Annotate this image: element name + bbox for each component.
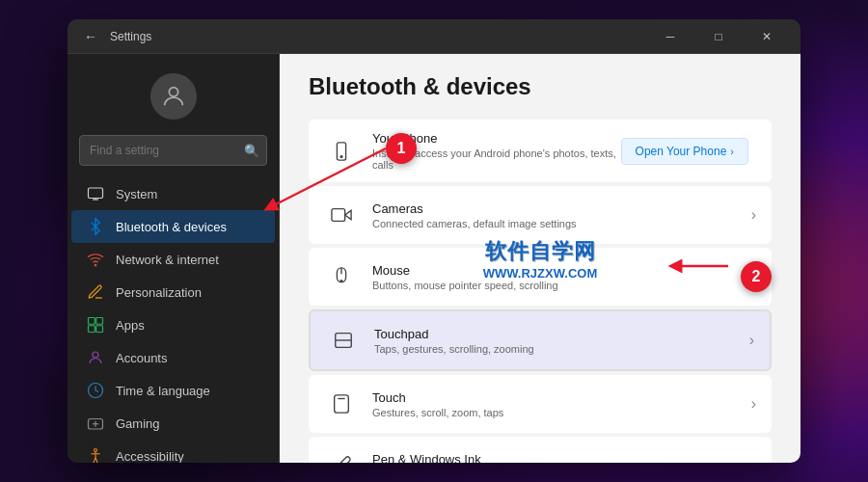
setting-icon-3 <box>326 323 361 358</box>
right-panel: Bluetooth & devices Your Phone Instantly… <box>280 54 800 463</box>
svg-rect-5 <box>89 318 95 325</box>
setting-desc: Gestures, scroll, zoom, taps <box>372 407 744 418</box>
network-icon <box>87 251 104 268</box>
setting-item-touchpad[interactable]: Touchpad Taps, gestures, scrolling, zoom… <box>309 309 772 371</box>
svg-point-9 <box>93 352 98 358</box>
setting-icon-0 <box>324 134 359 169</box>
sidebar-item-accessibility[interactable]: Accessibility <box>71 440 275 463</box>
setting-name: Touch <box>372 390 744 405</box>
sidebar-item-label: Accessibility <box>116 449 184 464</box>
search-icon: 🔍 <box>244 144 259 158</box>
svg-rect-8 <box>96 326 103 333</box>
minimize-button[interactable]: ─ <box>648 23 692 50</box>
sidebar-item-system[interactable]: System <box>71 177 275 210</box>
svg-rect-6 <box>96 318 103 325</box>
open-phone-button[interactable]: Open Your Phone › <box>621 138 748 165</box>
search-input[interactable] <box>79 135 267 166</box>
window-title: Settings <box>110 30 648 43</box>
annotation-badge-1: 1 <box>386 133 417 164</box>
setting-icon-2 <box>324 259 359 294</box>
setting-item-mouse[interactable]: Mouse Buttons, mouse pointer speed, scro… <box>309 248 772 306</box>
chevron-right-icon: › <box>749 332 754 349</box>
setting-icon-1 <box>324 198 359 232</box>
svg-point-4 <box>95 264 96 266</box>
sidebar-item-label: Bluetooth & devices <box>116 220 227 234</box>
svg-point-0 <box>169 88 177 96</box>
svg-line-18 <box>95 458 97 464</box>
panel-title: Bluetooth & devices <box>309 73 772 100</box>
sidebar-item-personalization[interactable]: Personalization <box>71 276 275 308</box>
accounts-icon <box>87 349 104 366</box>
setting-item-cameras[interactable]: Cameras Connected cameras, default image… <box>309 186 772 244</box>
chevron-right-icon: › <box>751 206 756 224</box>
setting-item-pen---windows-ink[interactable]: Pen & Windows Ink Right-handed or left-h… <box>309 437 772 463</box>
setting-desc: Buttons, mouse pointer speed, scrolling <box>372 280 744 291</box>
sidebar-item-accounts[interactable]: Accounts <box>71 341 275 374</box>
sidebar-item-gaming[interactable]: Gaming <box>71 407 275 440</box>
maximize-button[interactable]: □ <box>696 23 741 50</box>
annotation-badge-2: 2 <box>741 261 772 292</box>
setting-icon-5 <box>324 448 359 463</box>
sidebar-item-label: Time & language <box>116 384 210 398</box>
setting-name: Pen & Windows Ink <box>372 452 744 464</box>
svg-rect-1 <box>89 188 103 199</box>
setting-text-2: Mouse Buttons, mouse pointer speed, scro… <box>372 263 744 291</box>
sidebar-item-bluetooth[interactable]: Bluetooth & devices <box>71 210 275 243</box>
sidebar-item-label: Apps <box>116 318 145 333</box>
setting-name: Mouse <box>372 263 744 278</box>
svg-rect-7 <box>89 326 95 333</box>
sidebar-item-label: Network & internet <box>116 253 219 267</box>
setting-text-4: Touch Gestures, scroll, zoom, taps <box>372 390 744 418</box>
svg-point-14 <box>95 449 97 452</box>
system-icon <box>87 185 104 202</box>
setting-item-touch[interactable]: Touch Gestures, scroll, zoom, taps › <box>309 375 772 433</box>
chevron-right-icon: › <box>751 457 756 463</box>
setting-name: Cameras <box>372 201 744 216</box>
sidebar-item-time[interactable]: Time & language <box>71 374 275 407</box>
bluetooth-icon <box>87 218 104 235</box>
settings-window: ← Settings ─ □ ✕ 🔍 <box>68 19 800 463</box>
settings-list: Your Phone Instantly access your Android… <box>309 120 772 463</box>
setting-desc: Taps, gestures, scrolling, zooming <box>374 343 742 355</box>
main-content: 🔍 System Bluetooth & devices Network & i… <box>68 54 800 463</box>
setting-text-5: Pen & Windows Ink Right-handed or left-h… <box>372 452 744 464</box>
setting-icon-4 <box>324 387 359 421</box>
sidebar-item-label: System <box>116 187 157 201</box>
setting-text-3: Touchpad Taps, gestures, scrolling, zoom… <box>374 327 742 355</box>
close-button[interactable]: ✕ <box>745 23 789 50</box>
back-button[interactable]: ← <box>79 25 102 48</box>
svg-point-21 <box>340 155 342 157</box>
personalization-icon <box>87 283 104 301</box>
svg-rect-22 <box>332 209 345 222</box>
chevron-right-icon: › <box>751 395 756 413</box>
search-box: 🔍 <box>79 135 267 166</box>
title-bar: ← Settings ─ □ ✕ <box>68 19 800 54</box>
sidebar: 🔍 System Bluetooth & devices Network & i… <box>68 54 280 463</box>
sidebar-item-label: Gaming <box>116 416 160 431</box>
setting-name: Touchpad <box>374 327 742 341</box>
setting-item-your-phone[interactable]: Your Phone Instantly access your Android… <box>309 120 772 182</box>
setting-text-1: Cameras Connected cameras, default image… <box>372 201 744 229</box>
gaming-icon <box>87 415 104 432</box>
right-panel-wrapper: Bluetooth & devices Your Phone Instantly… <box>280 54 800 463</box>
sidebar-item-label: Accounts <box>116 351 167 365</box>
svg-point-25 <box>340 281 342 282</box>
setting-desc: Connected cameras, default image setting… <box>372 218 744 229</box>
sidebar-item-network[interactable]: Network & internet <box>71 243 275 276</box>
svg-line-17 <box>94 458 95 464</box>
apps-icon <box>87 316 104 334</box>
avatar[interactable] <box>150 73 197 120</box>
avatar-section <box>68 66 279 135</box>
sidebar-item-apps[interactable]: Apps <box>71 308 275 341</box>
window-controls: ─ □ ✕ <box>648 23 789 50</box>
accessibility-icon <box>87 447 104 463</box>
annotation-badge-1-container: 1 <box>386 133 417 164</box>
sidebar-nav: System Bluetooth & devices Network & int… <box>68 177 279 463</box>
time-icon <box>87 382 104 399</box>
sidebar-item-label: Personalization <box>116 285 202 300</box>
svg-rect-28 <box>335 395 349 413</box>
